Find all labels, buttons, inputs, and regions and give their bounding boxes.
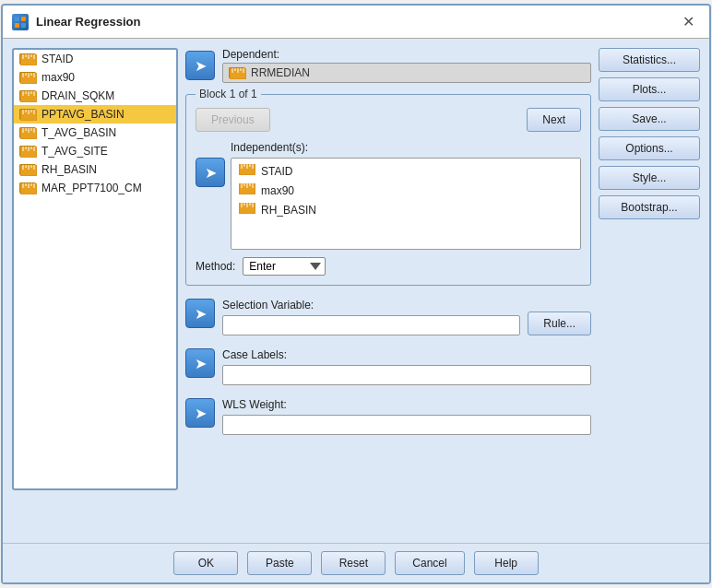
variable-name: PPTAVG_BASIN — [42, 108, 125, 121]
variable-name: STAID — [42, 53, 73, 65]
list-item[interactable]: PPTAVG_BASIN — [14, 105, 176, 123]
previous-button[interactable]: Previous — [196, 108, 270, 132]
middle-panel: ➤ Dependent: RRMEDIAN Block 1 of 1 Previ… — [185, 48, 591, 534]
arrow-right-icon: ➤ — [195, 57, 207, 75]
sel-arrow-icon: ➤ — [195, 305, 207, 323]
bootstrap-button[interactable]: Bootstrap... — [599, 195, 700, 219]
svg-rect-2 — [15, 23, 19, 28]
var-type-icon — [239, 183, 255, 197]
dep-var-icon — [229, 67, 245, 78]
variable-name: RH_BASIN — [261, 204, 316, 217]
selection-variable-col: Selection Variable: — [222, 299, 520, 335]
block-title: Block 1 of 1 — [196, 88, 261, 100]
dependent-variable-name: RRMEDIAN — [251, 66, 310, 79]
wls-arrow-icon: ➤ — [195, 405, 207, 422]
plots-button[interactable]: Plots... — [599, 77, 700, 101]
variable-name: max90 — [42, 71, 75, 84]
var-type-icon — [19, 164, 36, 175]
var-type-icon — [19, 53, 36, 65]
variable-name: MAR_PPT7100_CM — [42, 182, 142, 194]
paste-button[interactable]: Paste — [247, 551, 312, 575]
var-type-icon — [19, 182, 36, 194]
selection-variable-label: Selection Variable: — [222, 299, 520, 312]
selection-variable-section: ➤ Selection Variable: Rule... — [185, 299, 591, 335]
help-button[interactable]: Help — [474, 551, 539, 575]
title-bar-left: Linear Regression — [12, 14, 140, 30]
independents-section: ➤ Independent(s): STAIDmax90RH_BASIN — [196, 141, 581, 250]
variable-list: STAIDmax90DRAIN_SQKMPPTAVG_BASINT_AVG_BA… — [12, 48, 178, 490]
selection-variable-input[interactable] — [222, 315, 520, 335]
wls-weight-label: WLS Weight: — [222, 398, 591, 411]
list-item[interactable]: max90 — [14, 68, 176, 87]
method-label: Method: — [196, 260, 235, 273]
variable-name: T_AVG_SITE — [42, 145, 108, 158]
list-item[interactable]: MAR_PPT7100_CM — [14, 179, 176, 197]
dialog-icon — [12, 14, 29, 30]
indep-arrow-icon: ➤ — [205, 164, 217, 182]
case-labels-section: ➤ Case Labels: — [185, 348, 591, 385]
var-type-icon — [19, 146, 36, 157]
independents-col: Independent(s): STAIDmax90RH_BASIN — [231, 141, 581, 250]
next-button[interactable]: Next — [527, 108, 581, 132]
list-item[interactable]: RH_BASIN — [235, 201, 576, 218]
variable-name: max90 — [261, 184, 294, 197]
independent-list: STAIDmax90RH_BASIN — [231, 158, 581, 250]
list-item[interactable]: max90 — [235, 182, 576, 199]
right-buttons: Statistics...Plots...Save...Options...St… — [599, 48, 700, 534]
selection-variable-arrow-button[interactable]: ➤ — [185, 299, 215, 328]
bottom-bar: OKPasteResetCancelHelp — [3, 543, 709, 582]
list-item[interactable]: DRAIN_SQKM — [14, 87, 176, 105]
var-type-icon — [19, 90, 36, 101]
independent-label: Independent(s): — [231, 141, 581, 154]
list-item[interactable]: STAID — [235, 162, 576, 180]
list-item[interactable]: T_AVG_BASIN — [14, 123, 176, 142]
var-type-icon — [239, 203, 255, 217]
case-labels-label: Case Labels: — [222, 348, 591, 361]
style-button[interactable]: Style... — [599, 166, 700, 190]
wls-weight-arrow-button[interactable]: ➤ — [185, 398, 215, 428]
dependent-col: Dependent: RRMEDIAN — [222, 48, 591, 83]
title-bar: Linear Regression ✕ — [3, 6, 709, 39]
reset-button[interactable]: Reset — [321, 551, 386, 575]
wls-weight-input[interactable] — [222, 415, 591, 435]
var-type-icon — [19, 109, 36, 120]
variable-name: STAID — [261, 165, 292, 178]
independent-arrow-button[interactable]: ➤ — [196, 158, 225, 187]
dialog-content: STAIDmax90DRAIN_SQKMPPTAVG_BASINT_AVG_BA… — [3, 39, 709, 543]
options-button[interactable]: Options... — [599, 136, 700, 160]
linear-regression-dialog: Linear Regression ✕ STAIDmax90DRAIN_SQKM… — [1, 4, 711, 584]
dependent-value: RRMEDIAN — [222, 63, 591, 83]
block-nav: Previous Next — [196, 108, 581, 132]
method-row: Method: EnterStepwiseRemoveBackwardForwa… — [196, 257, 581, 276]
list-item[interactable]: RH_BASIN — [14, 160, 176, 179]
case-labels-col: Case Labels: — [222, 348, 591, 385]
list-item[interactable]: STAID — [14, 50, 176, 68]
save-button[interactable]: Save... — [599, 107, 700, 131]
case-labels-input[interactable] — [222, 365, 591, 385]
svg-rect-3 — [21, 23, 26, 28]
variable-name: T_AVG_BASIN — [42, 126, 116, 139]
variable-name: DRAIN_SQKM — [42, 89, 114, 102]
list-item[interactable]: T_AVG_SITE — [14, 142, 176, 160]
dependent-label: Dependent: — [222, 48, 591, 61]
dependent-arrow-button[interactable]: ➤ — [185, 51, 215, 80]
svg-rect-0 — [15, 17, 19, 21]
statistics-button[interactable]: Statistics... — [599, 48, 700, 72]
block-box: Block 1 of 1 Previous Next ➤ Independent… — [185, 94, 591, 286]
case-arrow-icon: ➤ — [195, 355, 207, 372]
rule-button[interactable]: Rule... — [528, 312, 591, 335]
case-labels-arrow-button[interactable]: ➤ — [185, 348, 215, 378]
dependent-row: ➤ Dependent: RRMEDIAN — [185, 48, 591, 83]
var-type-icon — [19, 72, 36, 83]
dialog-title: Linear Regression — [36, 15, 140, 29]
wls-weight-col: WLS Weight: — [222, 398, 591, 435]
ok-button[interactable]: OK — [173, 551, 238, 575]
var-type-icon — [239, 164, 255, 178]
cancel-button[interactable]: Cancel — [395, 551, 464, 575]
method-select[interactable]: EnterStepwiseRemoveBackwardForward — [243, 257, 326, 276]
wls-weight-section: ➤ WLS Weight: — [185, 398, 591, 435]
variable-name: RH_BASIN — [42, 163, 97, 176]
svg-rect-1 — [21, 17, 26, 21]
var-type-icon — [19, 127, 36, 138]
close-button[interactable]: ✕ — [677, 11, 700, 32]
